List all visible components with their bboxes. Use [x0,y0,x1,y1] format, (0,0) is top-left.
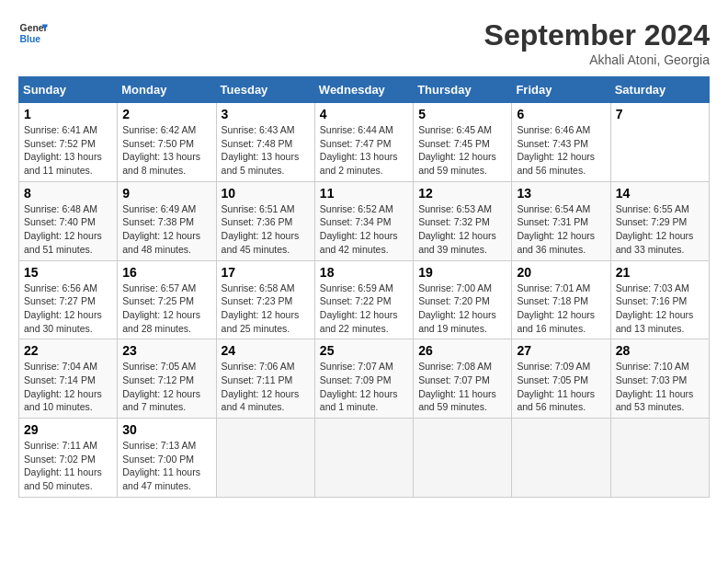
day-cell: 14Sunrise: 6:55 AMSunset: 7:29 PMDayligh… [610,181,709,260]
day-number: 17 [222,265,310,280]
day-info: Sunrise: 7:10 AMSunset: 7:03 PMDaylight:… [616,360,704,414]
day-cell: 6Sunrise: 6:46 AMSunset: 7:43 PMDaylight… [512,103,610,182]
day-cell: 12Sunrise: 6:53 AMSunset: 7:32 PMDayligh… [414,181,512,260]
day-cell: 4Sunrise: 6:44 AMSunset: 7:47 PMDaylight… [314,103,413,182]
day-info: Sunrise: 7:05 AMSunset: 7:12 PMDaylight:… [122,360,210,414]
day-number: 25 [320,343,408,358]
logo-icon: General Blue [18,18,48,48]
day-info: Sunrise: 7:13 AMSunset: 7:00 PMDaylight:… [122,439,210,493]
day-info: Sunrise: 7:11 AMSunset: 7:02 PMDaylight:… [24,439,112,493]
day-cell [512,419,610,498]
day-info: Sunrise: 7:03 AMSunset: 7:16 PMDaylight:… [616,282,704,336]
day-cell: 28Sunrise: 7:10 AMSunset: 7:03 PMDayligh… [610,339,709,419]
day-number: 8 [24,186,112,201]
week-row-5: 29Sunrise: 7:11 AMSunset: 7:02 PMDayligh… [19,419,710,498]
day-number: 13 [517,186,605,201]
day-cell: 10Sunrise: 6:51 AMSunset: 7:36 PMDayligh… [216,181,314,260]
day-number: 12 [418,186,506,201]
month-title: September 2024 [484,18,710,52]
day-info: Sunrise: 6:46 AMSunset: 7:43 PMDaylight:… [517,123,605,178]
weekday-header-wednesday: Wednesday [314,77,413,103]
day-number: 5 [418,107,506,121]
day-number: 24 [222,343,310,358]
day-number: 9 [122,186,210,201]
day-number: 16 [122,265,210,280]
day-number: 4 [320,107,408,121]
day-cell: 3Sunrise: 6:43 AMSunset: 7:48 PMDaylight… [216,103,314,182]
day-cell: 16Sunrise: 6:57 AMSunset: 7:25 PMDayligh… [118,260,216,339]
day-info: Sunrise: 6:44 AMSunset: 7:47 PMDaylight:… [320,123,408,178]
weekday-header-saturday: Saturday [610,77,709,103]
location-subtitle: Akhali Atoni, Georgia [484,52,710,67]
day-cell: 19Sunrise: 7:00 AMSunset: 7:20 PMDayligh… [414,260,512,339]
day-cell: 29Sunrise: 7:11 AMSunset: 7:02 PMDayligh… [19,419,118,498]
day-number: 11 [320,186,408,201]
day-cell: 30Sunrise: 7:13 AMSunset: 7:00 PMDayligh… [118,419,216,498]
day-cell: 13Sunrise: 6:54 AMSunset: 7:31 PMDayligh… [512,181,610,260]
day-cell: 23Sunrise: 7:05 AMSunset: 7:12 PMDayligh… [118,339,216,419]
week-row-3: 15Sunrise: 6:56 AMSunset: 7:27 PMDayligh… [19,260,710,339]
day-info: Sunrise: 6:55 AMSunset: 7:29 PMDaylight:… [616,202,704,257]
day-number: 23 [122,343,210,358]
day-number: 1 [24,107,112,121]
day-number: 29 [24,422,112,437]
day-cell: 22Sunrise: 7:04 AMSunset: 7:14 PMDayligh… [19,339,118,419]
day-number: 19 [418,265,506,280]
day-number: 6 [517,107,605,121]
day-cell: 5Sunrise: 6:45 AMSunset: 7:45 PMDaylight… [414,103,512,182]
day-cell [216,419,314,498]
day-info: Sunrise: 7:07 AMSunset: 7:09 PMDaylight:… [320,360,408,414]
weekday-header-thursday: Thursday [414,77,512,103]
header: General Blue September 2024 Akhali Atoni… [18,18,710,67]
day-number: 7 [616,107,704,121]
title-section: September 2024 Akhali Atoni, Georgia [484,18,710,67]
day-number: 18 [320,265,408,280]
day-info: Sunrise: 6:41 AMSunset: 7:52 PMDaylight:… [24,123,112,178]
day-cell: 18Sunrise: 6:59 AMSunset: 7:22 PMDayligh… [314,260,413,339]
weekday-header-tuesday: Tuesday [216,77,314,103]
day-cell [414,419,512,498]
day-info: Sunrise: 6:48 AMSunset: 7:40 PMDaylight:… [24,202,112,257]
day-info: Sunrise: 6:53 AMSunset: 7:32 PMDaylight:… [418,202,506,257]
day-number: 2 [122,107,210,121]
day-info: Sunrise: 7:01 AMSunset: 7:18 PMDaylight:… [517,282,605,336]
weekday-header-sunday: Sunday [19,77,118,103]
day-info: Sunrise: 7:06 AMSunset: 7:11 PMDaylight:… [222,360,310,414]
day-info: Sunrise: 6:59 AMSunset: 7:22 PMDaylight:… [320,282,408,336]
day-number: 3 [222,107,310,121]
logo: General Blue [18,18,48,48]
day-number: 20 [517,265,605,280]
day-info: Sunrise: 6:42 AMSunset: 7:50 PMDaylight:… [122,123,210,178]
day-number: 21 [616,265,704,280]
day-cell: 24Sunrise: 7:06 AMSunset: 7:11 PMDayligh… [216,339,314,419]
day-cell: 8Sunrise: 6:48 AMSunset: 7:40 PMDaylight… [19,181,118,260]
day-cell: 1Sunrise: 6:41 AMSunset: 7:52 PMDaylight… [19,103,118,182]
day-info: Sunrise: 6:45 AMSunset: 7:45 PMDaylight:… [418,123,506,178]
day-info: Sunrise: 6:57 AMSunset: 7:25 PMDaylight:… [122,282,210,336]
weekday-header-friday: Friday [512,77,610,103]
week-row-4: 22Sunrise: 7:04 AMSunset: 7:14 PMDayligh… [19,339,710,419]
day-cell: 26Sunrise: 7:08 AMSunset: 7:07 PMDayligh… [414,339,512,419]
weekday-header-monday: Monday [118,77,216,103]
day-cell: 7 [610,103,709,182]
day-number: 22 [24,343,112,358]
day-cell [314,419,413,498]
day-info: Sunrise: 7:08 AMSunset: 7:07 PMDaylight:… [418,360,506,414]
day-cell: 2Sunrise: 6:42 AMSunset: 7:50 PMDaylight… [118,103,216,182]
day-cell: 21Sunrise: 7:03 AMSunset: 7:16 PMDayligh… [610,260,709,339]
day-info: Sunrise: 6:43 AMSunset: 7:48 PMDaylight:… [222,123,310,178]
day-cell: 20Sunrise: 7:01 AMSunset: 7:18 PMDayligh… [512,260,610,339]
day-number: 28 [616,343,704,358]
calendar-table: SundayMondayTuesdayWednesdayThursdayFrid… [18,76,710,498]
day-info: Sunrise: 7:09 AMSunset: 7:05 PMDaylight:… [517,360,605,414]
day-number: 30 [122,422,210,437]
week-row-1: 1Sunrise: 6:41 AMSunset: 7:52 PMDaylight… [19,103,710,182]
day-info: Sunrise: 6:56 AMSunset: 7:27 PMDaylight:… [24,282,112,336]
day-number: 27 [517,343,605,358]
svg-text:Blue: Blue [20,34,41,44]
week-row-2: 8Sunrise: 6:48 AMSunset: 7:40 PMDaylight… [19,181,710,260]
day-cell: 11Sunrise: 6:52 AMSunset: 7:34 PMDayligh… [314,181,413,260]
day-cell: 27Sunrise: 7:09 AMSunset: 7:05 PMDayligh… [512,339,610,419]
day-cell: 15Sunrise: 6:56 AMSunset: 7:27 PMDayligh… [19,260,118,339]
day-number: 14 [616,186,704,201]
